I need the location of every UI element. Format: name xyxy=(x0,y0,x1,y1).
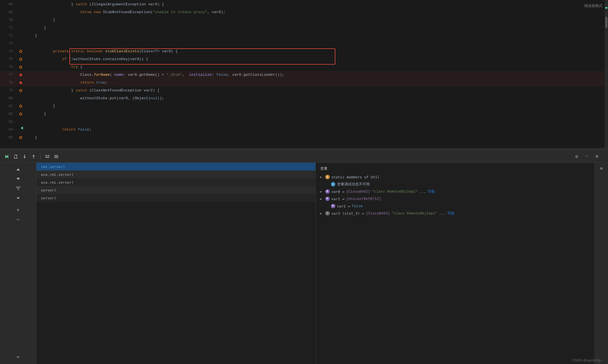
table-row: 70 } xyxy=(0,16,608,24)
line-number: 74 xyxy=(0,48,17,55)
table-row: 72 } xyxy=(0,32,608,40)
var-value: {Class@482} xyxy=(346,190,370,194)
var-string: "class RemoteObjImpl" xyxy=(392,211,438,216)
settings-button[interactable]: ⚙ xyxy=(573,153,580,160)
var-var1-item[interactable]: ▶ P var1 = {UnicastRef@712} xyxy=(316,195,595,202)
var-info-item[interactable]: i 变量调试信息不可用 xyxy=(316,181,595,188)
svg-marker-8 xyxy=(32,155,35,156)
resume-button[interactable] xyxy=(3,153,10,160)
var-label: var1 = xyxy=(331,197,345,201)
code-content: } xyxy=(25,110,608,118)
variables-area: rmi.server) ava.rmi.server) ava.rmi.serv… xyxy=(36,163,315,364)
toolbar-right-icons: ⚙ − ⊞ xyxy=(573,153,605,160)
line-number: 82 xyxy=(0,110,17,118)
var-static-item[interactable]: ▶ S static members of Util xyxy=(316,173,595,181)
line-number: 78 xyxy=(0,79,17,87)
stack-frame-item[interactable]: ava.rmi.server) xyxy=(36,171,315,178)
stack-frame-item[interactable]: server) xyxy=(36,186,315,194)
code-content: } xyxy=(25,32,608,40)
right-panel: ⊞ xyxy=(595,163,608,364)
line-number: 85 xyxy=(0,134,17,141)
badge-p: P xyxy=(325,197,330,201)
var-label: static members of Util xyxy=(331,175,380,179)
table-row: 71 } xyxy=(0,24,608,32)
line-number: 75 xyxy=(0,55,17,63)
line-number: 76 xyxy=(0,63,17,71)
table-row: 69 throw new StubNotFoundException("unab… xyxy=(0,8,608,16)
step-out-button[interactable] xyxy=(30,153,37,160)
scrollbar-thumb[interactable] xyxy=(605,17,607,28)
svg-rect-11 xyxy=(45,157,49,158)
status-bar: CSDN @wa1ki0g~ xyxy=(572,358,602,362)
minimize-button[interactable]: − xyxy=(583,153,590,160)
var-nav-link[interactable]: 导航 xyxy=(428,189,435,194)
variables-view-icon[interactable] xyxy=(44,153,51,160)
table-row: 85 } xyxy=(0,134,608,141)
toolbar-separator xyxy=(40,154,41,159)
current-line-arrow xyxy=(21,126,23,130)
badge-i: i xyxy=(331,182,335,186)
variables-header: 变量 xyxy=(316,165,595,173)
more-options-button[interactable] xyxy=(0,193,36,202)
watch-icon[interactable]: ∞ xyxy=(0,353,36,362)
var-var2-item[interactable]: P var2 = false xyxy=(316,202,595,210)
svg-marker-17 xyxy=(17,197,20,199)
selected-stack-frame[interactable]: rmi.server) xyxy=(36,163,315,171)
table-row: 82 } xyxy=(0,110,608,118)
var-var0-item[interactable]: ▶ P var0 = {Class@482} "class RemoteObjI… xyxy=(316,188,595,195)
svg-marker-15 xyxy=(17,168,20,171)
breakpoint-col[interactable] xyxy=(17,58,25,61)
code-content: } xyxy=(25,102,608,110)
table-row: 84 return false; xyxy=(0,126,608,134)
breakpoint-col[interactable] xyxy=(17,74,25,76)
svg-marker-16 xyxy=(17,178,20,180)
svg-marker-6 xyxy=(24,157,26,159)
step-into-button[interactable] xyxy=(21,153,28,160)
expand-icon: ▶ xyxy=(320,212,324,215)
code-content: } xyxy=(25,24,608,32)
stack-frame-item[interactable]: server) xyxy=(36,194,315,202)
code-editor: 阅读器模式 68 } catch (IllegalArgumentExcepti… xyxy=(0,0,608,148)
panel-layout-button[interactable]: ⊞ xyxy=(598,165,605,172)
var-label: var0 = xyxy=(331,190,345,194)
line-number: 69 xyxy=(0,8,17,16)
code-content: } xyxy=(25,134,608,141)
stack-frame-item[interactable]: ava.rmi.server) xyxy=(36,178,315,186)
down-button[interactable] xyxy=(0,174,36,183)
breakpoint-col[interactable] xyxy=(17,136,25,139)
threads-icon[interactable] xyxy=(53,153,60,160)
var-var3-item[interactable]: ▶ ≡ var3 (slot_3) = {Class@482} "class R… xyxy=(316,210,595,217)
line-number: 73 xyxy=(0,40,17,48)
var-info-label: 变量调试信息不可用 xyxy=(337,182,370,187)
scrollbar[interactable] xyxy=(605,0,608,148)
up-button[interactable] xyxy=(0,165,36,174)
line-number: 84 xyxy=(0,126,17,134)
subtract-button[interactable]: − xyxy=(0,215,36,224)
breakpoint-col[interactable] xyxy=(17,113,25,115)
svg-rect-9 xyxy=(45,155,47,156)
var-nav-link[interactable]: 导航 xyxy=(447,211,455,216)
badge-p: P xyxy=(325,189,330,194)
var-value: false xyxy=(352,204,363,208)
debug-toolbar: ⚙ − ⊞ xyxy=(0,150,608,163)
layout-button[interactable]: ⊞ xyxy=(593,153,600,160)
left-sidebar: + − ∞ xyxy=(0,163,36,364)
breakpoint-col[interactable] xyxy=(17,89,25,92)
var-string: "class RemoteObjImpl" xyxy=(372,190,418,194)
add-button[interactable]: + xyxy=(0,206,36,215)
var-ellipsis: ... xyxy=(439,211,446,216)
line-number: 80 xyxy=(0,94,17,102)
debug-panel: + − ∞ rmi.server) ava.rmi.server) ava.rm… xyxy=(0,163,608,364)
svg-rect-10 xyxy=(48,155,49,156)
breakpoint-col[interactable] xyxy=(17,81,25,84)
breakpoint-col[interactable] xyxy=(17,105,25,108)
var-value: {Class@482} xyxy=(366,211,390,216)
step-over-button[interactable] xyxy=(12,153,19,160)
scrollbar-green-marker xyxy=(605,7,607,9)
breakpoint-col[interactable] xyxy=(17,128,25,131)
breakpoint-col[interactable] xyxy=(17,50,25,53)
variables-panel: 变量 ▶ S static members of Util i 变量调试信息不可… xyxy=(315,163,595,364)
line-number: 72 xyxy=(0,32,17,40)
breakpoint-col[interactable] xyxy=(17,66,25,68)
filter-button[interactable] xyxy=(0,184,36,193)
